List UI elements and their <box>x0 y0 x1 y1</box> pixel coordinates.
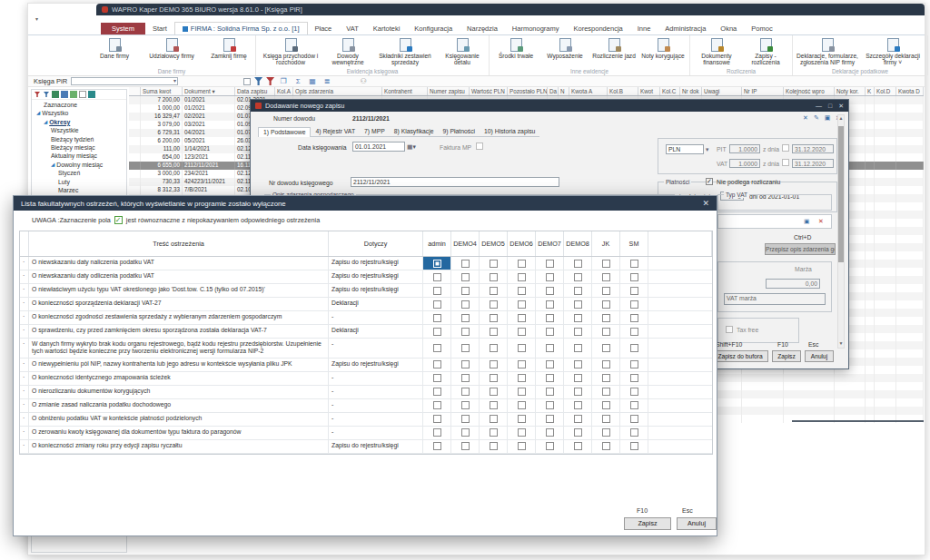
tree-expand-icon[interactable] <box>52 91 59 98</box>
view-combobox[interactable] <box>71 77 178 85</box>
warning-checkbox-DEMO7[interactable] <box>546 287 554 295</box>
ribbon-button-settlements[interactable]: Zapisy - rozliczenia <box>741 36 790 66</box>
grid-col-Suma kwot[interactable]: Suma kwot <box>141 87 183 95</box>
warning-cell-JK[interactable] <box>592 339 620 358</box>
ribbon-button-correction-notes[interactable]: Noty korygujące <box>638 36 688 59</box>
entry-tab-10-historia-zapisu[interactable]: 10) Historia zapisu <box>480 127 539 137</box>
warning-cell-DEMO5[interactable] <box>480 399 508 412</box>
warning-checkbox-DEMO4[interactable] <box>461 415 470 423</box>
warning-row[interactable]: ·O niewypełnieniu pól NIP, nazwy kontrah… <box>20 359 712 372</box>
ribbon-tab-narzędzia[interactable]: Narzędzia <box>460 23 505 34</box>
warning-cell-DEMO7[interactable] <box>536 440 564 453</box>
warning-checkbox-SM[interactable] <box>630 428 638 437</box>
vat-marza-field[interactable]: VAT marża <box>724 293 826 305</box>
tree-collapse-icon[interactable] <box>61 91 68 98</box>
open-window-icon[interactable]: ▣ <box>804 218 809 225</box>
warning-checkbox-DEMO7[interactable] <box>546 328 554 336</box>
warning-checkbox-SM[interactable] <box>630 273 638 281</box>
grid-col-Noty kor.[interactable]: Noty kor. <box>835 87 866 95</box>
warning-checkbox-admin[interactable] <box>433 374 441 382</box>
warning-cell-DEMO4[interactable] <box>451 386 480 398</box>
warning-cell-JK[interactable] <box>592 399 620 412</box>
warning-checkbox-DEMO4[interactable] <box>461 428 470 437</box>
entry-tab-4-rejestr-vat[interactable]: 4) Rejestr VAT <box>311 127 360 137</box>
warning-checkbox-DEMO4[interactable] <box>461 374 470 382</box>
warning-cell-JK[interactable] <box>592 257 620 270</box>
preview-icon[interactable]: ▣ <box>823 114 832 122</box>
warning-checkbox-DEMO8[interactable] <box>574 314 582 322</box>
currency-select-arrow-icon[interactable]: ▾ <box>706 146 708 153</box>
warning-checkbox-DEMO7[interactable] <box>546 374 554 382</box>
warning-checkbox-DEMO7[interactable] <box>546 300 554 309</box>
warning-cell-DEMO7[interactable] <box>536 298 564 310</box>
warnings-anuluj-button[interactable]: Anuluj <box>677 517 717 530</box>
ribbon-button-mileage[interactable]: Rozliczenie jazd <box>589 36 638 59</box>
entry-dialog-scrollbar[interactable]: ▲ ▼ <box>837 114 845 349</box>
warning-cell-JK[interactable] <box>592 440 620 453</box>
warning-checkbox-DEMO6[interactable] <box>518 287 526 295</box>
tree-filter-red-icon[interactable] <box>35 92 40 97</box>
warning-cell-DEMO8[interactable] <box>564 257 592 270</box>
tree-item-marzec[interactable]: Marzec <box>32 186 126 194</box>
scrollbar-thumb[interactable] <box>838 126 844 262</box>
grid-col-Kolejność wpro[interactable]: Kolejność wpro <box>784 87 835 95</box>
warning-cell-DEMO4[interactable] <box>451 440 480 453</box>
ribbon-tab-firma[interactable]: FIRMA : Solidna Firma Sp. z o.o. [1] <box>174 22 308 34</box>
warning-cell-DEMO6[interactable] <box>508 399 536 412</box>
close-icon[interactable]: ✕ <box>838 103 844 110</box>
tree-item-wszystko[interactable]: ◢Wszystko <box>32 109 126 117</box>
warnings-close-icon[interactable]: ✕ <box>702 199 709 208</box>
warning-cell-DEMO5[interactable] <box>480 386 508 398</box>
warning-checkbox-DEMO7[interactable] <box>546 344 554 352</box>
warning-checkbox-SM[interactable] <box>630 328 638 336</box>
warning-checkbox-JK[interactable] <box>602 374 610 382</box>
warning-cell-SM[interactable] <box>620 399 648 412</box>
warning-checkbox-DEMO4[interactable] <box>461 328 470 336</box>
warning-cell-DEMO8[interactable] <box>564 270 592 283</box>
ribbon-tab-korespondencja[interactable]: Korespondencja <box>567 23 630 34</box>
ribbon-button-fixed-assets[interactable]: Środki trwałe <box>491 36 540 59</box>
ribbon-tab-inne[interactable]: Inne <box>630 23 658 34</box>
warning-cell-admin[interactable] <box>423 413 451 426</box>
select-all-checkbox[interactable] <box>243 78 251 85</box>
warning-checkbox-SM[interactable] <box>630 415 638 423</box>
sum-icon[interactable]: Σ <box>292 77 303 86</box>
warning-row[interactable]: ·O konieczności sporządzenia deklaracji … <box>20 298 712 311</box>
warning-cell-DEMO7[interactable] <box>536 325 564 338</box>
warning-cell-DEMO6[interactable] <box>508 325 536 338</box>
warning-cell-admin[interactable] <box>423 386 451 398</box>
tree-item-luty[interactable]: Luty <box>32 178 126 186</box>
warning-cell-DEMO8[interactable] <box>564 325 592 338</box>
warning-checkbox-DEMO7[interactable] <box>546 401 554 409</box>
warning-cell-SM[interactable] <box>620 270 648 283</box>
warning-cell-SM[interactable] <box>620 298 648 310</box>
warning-row[interactable]: ·O konieczności zmiany roku przy edycji … <box>20 440 712 454</box>
ribbon-button-company-data[interactable]: Dane firmy <box>90 36 139 59</box>
warning-cell-DEMO8[interactable] <box>564 311 592 324</box>
warning-cell-admin[interactable] <box>423 270 451 283</box>
grid-col-Kol.D[interactable]: Kol.D <box>875 87 896 95</box>
ribbon-tab-start[interactable]: Start <box>145 23 174 34</box>
warning-checkbox-DEMO8[interactable] <box>574 388 582 396</box>
warning-checkbox-DEMO4[interactable] <box>461 401 470 409</box>
cut-icon[interactable]: ✕ <box>801 114 810 122</box>
grid-col-Uwagi[interactable]: Uwagi <box>702 87 742 95</box>
faktura-mp-checkbox[interactable] <box>476 142 483 150</box>
warning-cell-DEMO5[interactable] <box>480 298 508 310</box>
warning-cell-DEMO7[interactable] <box>536 257 564 270</box>
entry-tab-7-mpp[interactable]: 7) MPP <box>360 127 390 137</box>
warning-checkbox-DEMO6[interactable] <box>518 374 526 382</box>
grid-col-Da[interactable]: Da <box>548 87 559 95</box>
tree-expand-marker-icon[interactable]: ◢ <box>44 118 47 126</box>
ribbon-button-shareholders[interactable]: Udziałowcy firmy <box>139 36 204 59</box>
nie-podlega-checkbox[interactable] <box>706 178 713 185</box>
tree-refresh-icon[interactable] <box>70 91 77 98</box>
warning-cell-JK[interactable] <box>592 270 620 283</box>
entry-anuluj-button[interactable]: Anuluj <box>805 350 834 362</box>
tax-free-checkbox[interactable] <box>726 326 733 333</box>
warning-checkbox-DEMO4[interactable] <box>461 300 470 309</box>
warning-cell-SM[interactable] <box>620 359 648 371</box>
warning-cell-SM[interactable] <box>620 386 648 398</box>
warning-cell-DEMO6[interactable] <box>508 284 536 297</box>
przepisz-button[interactable]: Przepisz opis zdarzenia gosp. <box>765 243 836 255</box>
